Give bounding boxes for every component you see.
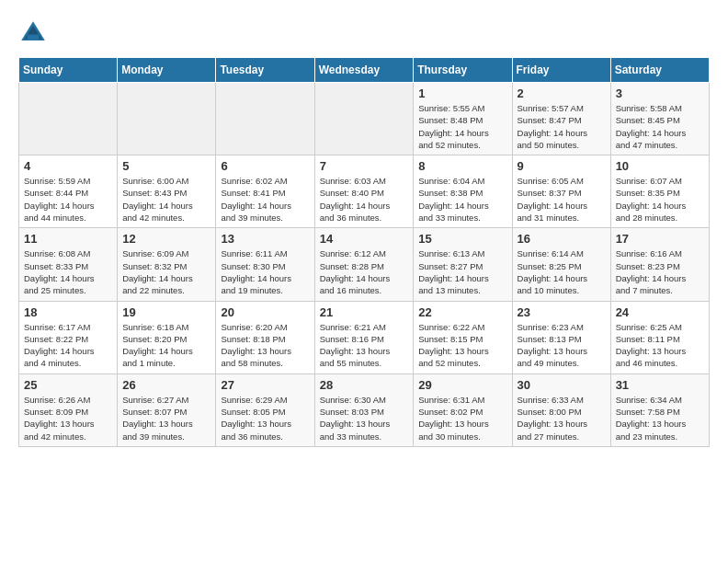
day-number: 20 <box>221 305 309 319</box>
day-number: 6 <box>221 159 309 173</box>
calendar-table: SundayMondayTuesdayWednesdayThursdayFrid… <box>18 57 710 447</box>
day-number: 15 <box>418 232 506 246</box>
day-number: 24 <box>616 305 704 319</box>
calendar-week-2: 4Sunrise: 5:59 AM Sunset: 8:44 PM Daylig… <box>19 155 710 228</box>
day-info: Sunrise: 6:25 AM Sunset: 8:11 PM Dayligh… <box>616 321 704 370</box>
calendar-cell <box>216 83 314 155</box>
day-number: 31 <box>616 378 704 392</box>
day-info: Sunrise: 6:09 AM Sunset: 8:32 PM Dayligh… <box>122 247 210 296</box>
day-info: Sunrise: 6:13 AM Sunset: 8:27 PM Dayligh… <box>418 247 506 296</box>
day-info: Sunrise: 6:17 AM Sunset: 8:22 PM Dayligh… <box>24 321 112 370</box>
weekday-header-saturday: Saturday <box>610 58 709 83</box>
day-number: 4 <box>24 159 112 173</box>
day-info: Sunrise: 6:11 AM Sunset: 8:30 PM Dayligh… <box>221 247 309 296</box>
day-info: Sunrise: 6:03 AM Sunset: 8:40 PM Dayligh… <box>320 175 409 224</box>
calendar-cell <box>314 83 414 155</box>
day-info: Sunrise: 6:04 AM Sunset: 8:38 PM Dayligh… <box>418 175 506 224</box>
calendar-cell: 2Sunrise: 5:57 AM Sunset: 8:47 PM Daylig… <box>512 83 610 155</box>
day-info: Sunrise: 6:00 AM Sunset: 8:43 PM Dayligh… <box>122 175 210 224</box>
calendar-cell: 10Sunrise: 6:07 AM Sunset: 8:35 PM Dayli… <box>610 155 709 228</box>
day-number: 10 <box>616 159 704 173</box>
calendar-cell: 27Sunrise: 6:29 AM Sunset: 8:05 PM Dayli… <box>216 373 314 446</box>
logo-icon <box>18 18 48 48</box>
day-info: Sunrise: 6:33 AM Sunset: 8:00 PM Dayligh… <box>518 394 606 442</box>
day-info: Sunrise: 6:29 AM Sunset: 8:05 PM Dayligh… <box>221 394 309 442</box>
day-info: Sunrise: 6:14 AM Sunset: 8:25 PM Dayligh… <box>518 247 606 296</box>
calendar-cell: 20Sunrise: 6:20 AM Sunset: 8:18 PM Dayli… <box>216 301 314 373</box>
page-header <box>18 18 710 48</box>
calendar-cell: 25Sunrise: 6:26 AM Sunset: 8:09 PM Dayli… <box>19 373 118 446</box>
calendar-cell: 14Sunrise: 6:12 AM Sunset: 8:28 PM Dayli… <box>314 228 414 301</box>
day-number: 21 <box>320 305 409 319</box>
day-number: 8 <box>418 159 506 173</box>
calendar-cell: 1Sunrise: 5:55 AM Sunset: 8:48 PM Daylig… <box>414 83 512 155</box>
day-info: Sunrise: 5:55 AM Sunset: 8:48 PM Dayligh… <box>418 102 506 151</box>
calendar-cell: 21Sunrise: 6:21 AM Sunset: 8:16 PM Dayli… <box>314 301 414 373</box>
day-info: Sunrise: 6:21 AM Sunset: 8:16 PM Dayligh… <box>320 321 409 370</box>
day-info: Sunrise: 6:12 AM Sunset: 8:28 PM Dayligh… <box>320 247 409 296</box>
calendar-cell: 5Sunrise: 6:00 AM Sunset: 8:43 PM Daylig… <box>118 155 216 228</box>
day-number: 3 <box>616 86 704 100</box>
day-number: 14 <box>320 232 409 246</box>
day-number: 23 <box>518 305 606 319</box>
day-number: 13 <box>221 232 309 246</box>
calendar-cell: 4Sunrise: 5:59 AM Sunset: 8:44 PM Daylig… <box>19 155 118 228</box>
day-number: 22 <box>418 305 506 319</box>
day-info: Sunrise: 6:07 AM Sunset: 8:35 PM Dayligh… <box>616 175 704 224</box>
calendar-cell: 19Sunrise: 6:18 AM Sunset: 8:20 PM Dayli… <box>118 301 216 373</box>
weekday-header-tuesday: Tuesday <box>216 58 314 83</box>
calendar-week-5: 25Sunrise: 6:26 AM Sunset: 8:09 PM Dayli… <box>19 373 710 446</box>
calendar-cell: 28Sunrise: 6:30 AM Sunset: 8:03 PM Dayli… <box>314 373 414 446</box>
calendar-cell: 26Sunrise: 6:27 AM Sunset: 8:07 PM Dayli… <box>118 373 216 446</box>
calendar-cell: 11Sunrise: 6:08 AM Sunset: 8:33 PM Dayli… <box>19 228 118 301</box>
calendar-cell: 12Sunrise: 6:09 AM Sunset: 8:32 PM Dayli… <box>118 228 216 301</box>
day-number: 19 <box>122 305 210 319</box>
calendar-cell: 8Sunrise: 6:04 AM Sunset: 8:38 PM Daylig… <box>414 155 512 228</box>
day-number: 17 <box>616 232 704 246</box>
calendar-cell: 31Sunrise: 6:34 AM Sunset: 7:58 PM Dayli… <box>610 373 709 446</box>
weekday-header-thursday: Thursday <box>414 58 512 83</box>
day-info: Sunrise: 6:26 AM Sunset: 8:09 PM Dayligh… <box>24 394 112 442</box>
day-number: 26 <box>122 378 210 392</box>
calendar-cell: 17Sunrise: 6:16 AM Sunset: 8:23 PM Dayli… <box>610 228 709 301</box>
day-info: Sunrise: 6:22 AM Sunset: 8:15 PM Dayligh… <box>418 321 506 370</box>
calendar-cell: 16Sunrise: 6:14 AM Sunset: 8:25 PM Dayli… <box>512 228 610 301</box>
calendar-cell <box>19 83 118 155</box>
calendar-week-3: 11Sunrise: 6:08 AM Sunset: 8:33 PM Dayli… <box>19 228 710 301</box>
calendar-cell: 18Sunrise: 6:17 AM Sunset: 8:22 PM Dayli… <box>19 301 118 373</box>
calendar-cell: 23Sunrise: 6:23 AM Sunset: 8:13 PM Dayli… <box>512 301 610 373</box>
svg-rect-2 <box>28 35 40 40</box>
day-info: Sunrise: 6:23 AM Sunset: 8:13 PM Dayligh… <box>518 321 606 370</box>
day-number: 9 <box>518 159 606 173</box>
day-info: Sunrise: 6:30 AM Sunset: 8:03 PM Dayligh… <box>320 394 409 442</box>
calendar-cell: 7Sunrise: 6:03 AM Sunset: 8:40 PM Daylig… <box>314 155 414 228</box>
day-number: 1 <box>418 86 506 100</box>
day-info: Sunrise: 6:20 AM Sunset: 8:18 PM Dayligh… <box>221 321 309 370</box>
calendar-cell: 6Sunrise: 6:02 AM Sunset: 8:41 PM Daylig… <box>216 155 314 228</box>
day-number: 5 <box>122 159 210 173</box>
calendar-cell: 29Sunrise: 6:31 AM Sunset: 8:02 PM Dayli… <box>414 373 512 446</box>
calendar-cell: 24Sunrise: 6:25 AM Sunset: 8:11 PM Dayli… <box>610 301 709 373</box>
day-number: 18 <box>24 305 112 319</box>
calendar-week-4: 18Sunrise: 6:17 AM Sunset: 8:22 PM Dayli… <box>19 301 710 373</box>
day-number: 12 <box>122 232 210 246</box>
calendar-cell: 22Sunrise: 6:22 AM Sunset: 8:15 PM Dayli… <box>414 301 512 373</box>
weekday-header-row: SundayMondayTuesdayWednesdayThursdayFrid… <box>19 58 710 83</box>
day-number: 16 <box>518 232 606 246</box>
calendar-cell: 13Sunrise: 6:11 AM Sunset: 8:30 PM Dayli… <box>216 228 314 301</box>
calendar-week-1: 1Sunrise: 5:55 AM Sunset: 8:48 PM Daylig… <box>19 83 710 155</box>
day-number: 2 <box>518 86 606 100</box>
day-info: Sunrise: 5:57 AM Sunset: 8:47 PM Dayligh… <box>518 102 606 151</box>
day-number: 27 <box>221 378 309 392</box>
day-info: Sunrise: 6:08 AM Sunset: 8:33 PM Dayligh… <box>24 247 112 296</box>
day-info: Sunrise: 6:16 AM Sunset: 8:23 PM Dayligh… <box>616 247 704 296</box>
day-info: Sunrise: 5:58 AM Sunset: 8:45 PM Dayligh… <box>616 102 704 151</box>
weekday-header-monday: Monday <box>118 58 216 83</box>
weekday-header-wednesday: Wednesday <box>314 58 414 83</box>
weekday-header-sunday: Sunday <box>19 58 118 83</box>
day-number: 30 <box>518 378 606 392</box>
day-number: 28 <box>320 378 409 392</box>
day-number: 25 <box>24 378 112 392</box>
day-info: Sunrise: 6:05 AM Sunset: 8:37 PM Dayligh… <box>518 175 606 224</box>
day-info: Sunrise: 6:34 AM Sunset: 7:58 PM Dayligh… <box>616 394 704 442</box>
